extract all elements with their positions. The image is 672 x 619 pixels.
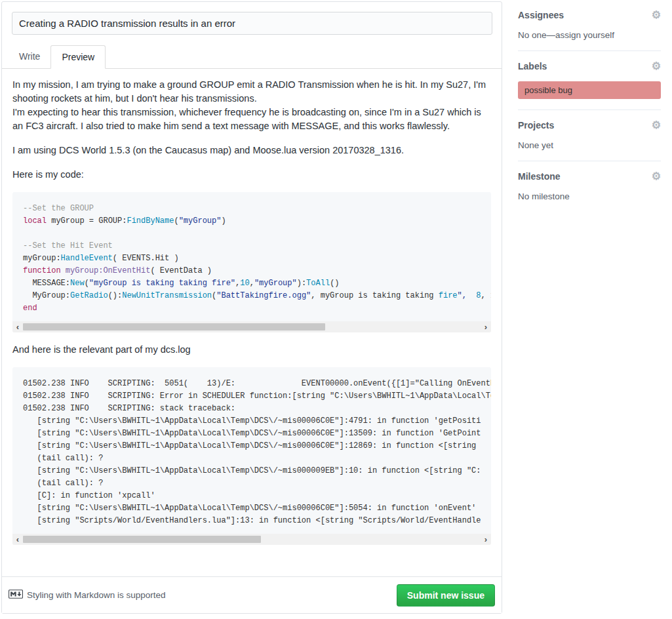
write-preview-tab-nav: Write Preview [2,45,502,69]
scroll-right-arrow[interactable]: › [481,321,491,332]
projects-section: Projects ⚙ None yet [518,110,661,161]
preview-body: In my mission, I am trying to make a gro… [2,69,502,545]
scrollbar-thumb[interactable] [23,323,325,330]
gear-icon[interactable]: ⚙ [652,10,661,20]
scroll-right-arrow[interactable]: › [481,534,491,545]
scrollbar-thumb[interactable] [23,536,261,543]
labels-section: Labels ⚙ possible bug [518,51,661,110]
milestone-title: Milestone [518,171,561,182]
labels-title: Labels [518,61,547,71]
log-horizontal-scrollbar[interactable]: ‹ › [12,534,491,545]
tab-preview[interactable]: Preview [50,45,106,69]
new-issue-page: Write Preview In my mission, I am trying… [0,0,672,619]
assignees-title: Assignees [518,10,564,20]
scrollbar-track[interactable] [23,534,481,545]
gear-icon[interactable]: ⚙ [652,61,661,71]
issue-title-input[interactable] [12,12,492,35]
lua-code-block: --Set the GROUPlocal myGroup = GROUP:Fin… [12,192,491,332]
assignees-section: Assignees ⚙ No one—assign yourself [518,0,661,51]
markdown-icon [9,589,23,601]
markdown-hint-text: Styling with Markdown is supported [27,590,166,600]
milestone-empty-text: No milestone [518,191,661,201]
form-footer: Styling with Markdown is supported Submi… [2,576,502,613]
submit-new-issue-button[interactable]: Submit new issue [397,584,495,607]
code-horizontal-scrollbar[interactable]: ‹ › [12,321,491,332]
log-code-block: 01502.238 INFO SCRIPTING: 5051( 13)/E: E… [12,367,491,545]
scroll-left-arrow[interactable]: ‹ [12,534,23,545]
issue-form: Write Preview In my mission, I am trying… [1,1,502,614]
issue-body-paragraph: In my mission, I am trying to make a gro… [12,78,491,133]
label-chip[interactable]: possible bug [518,81,661,99]
scroll-left-arrow[interactable]: ‹ [12,321,23,332]
issue-sidebar: Assignees ⚙ No one—assign yourself Label… [518,0,661,212]
assignees-empty-text[interactable]: No one—assign yourself [518,30,661,40]
lua-code: --Set the GROUPlocal myGroup = GROUP:Fin… [12,192,491,321]
issue-body-paragraph: Here is my code: [12,168,491,182]
tab-write[interactable]: Write [9,45,50,69]
scrollbar-track[interactable] [23,321,481,332]
milestone-section: Milestone ⚙ No milestone [518,161,661,212]
gear-icon[interactable]: ⚙ [652,171,661,182]
dcs-log-text: 01502.238 INFO SCRIPTING: 5051( 13)/E: E… [12,367,491,534]
projects-empty-text: None yet [518,140,661,150]
projects-title: Projects [518,120,554,130]
issue-body-paragraph: And here is the relevant part of my dcs.… [12,343,491,357]
markdown-hint[interactable]: Styling with Markdown is supported [9,589,166,601]
gear-icon[interactable]: ⚙ [652,120,661,130]
issue-body-paragraph: I am using DCS World 1.5.3 (on the Cauca… [12,144,491,157]
